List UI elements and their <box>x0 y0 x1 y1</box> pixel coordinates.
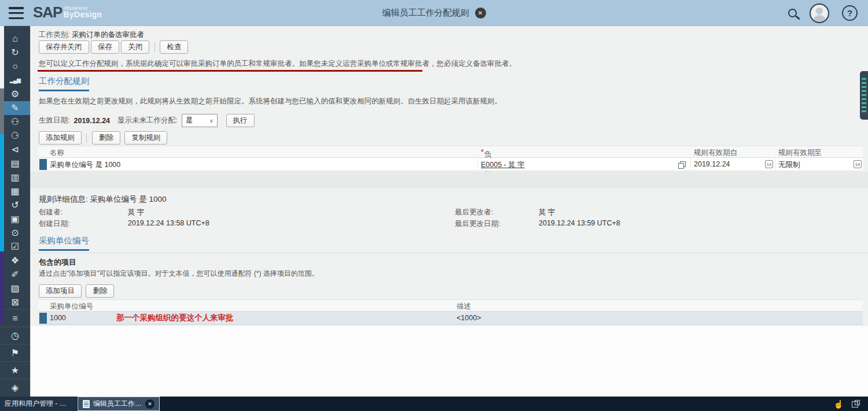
column-header-employee: *负责员工 <box>481 148 484 156</box>
unit-id-cell: 1000 <box>50 314 66 322</box>
toolbar-divider <box>86 134 87 143</box>
calendar-icon[interactable]: 14 <box>765 160 773 168</box>
document-icon <box>83 400 90 408</box>
sidebar-item-id-card[interactable]: ▤ <box>0 157 30 171</box>
copy-rule-button[interactable]: 复制规则 <box>124 131 167 145</box>
sidebar-item-org-structure[interactable]: ⚇ <box>0 115 30 129</box>
rule-table-row[interactable]: 采购单位编号 是 1000 E0005 - 莫 宇 2019.12.24 14 … <box>39 158 863 171</box>
add-rule-button[interactable]: 添加规则 <box>39 131 82 145</box>
sidebar-item-tags[interactable]: ◈ <box>0 379 30 396</box>
rule-name-cell: 采购单位编号 是 1000 <box>50 160 120 170</box>
effective-date-value: 2019.12.24 <box>73 117 110 125</box>
employee-work-distribution-icon: ✎ <box>11 103 19 113</box>
tab-work-distribution-rules[interactable]: 工作分配规则 <box>39 76 89 91</box>
rules-table: 名称 *负责员工 规则有效期自 规则有效期至 采购单位编号 是 1000 E00… <box>39 146 863 171</box>
hamburger-menu-icon[interactable] <box>9 7 24 19</box>
empty-area <box>31 326 868 397</box>
delete-item-button[interactable]: 删除 <box>86 284 114 298</box>
delete-rule-button[interactable]: 删除 <box>92 131 120 145</box>
included-items-toolbar: 添加项目 删除 <box>39 284 114 298</box>
refresh-icon: ↻ <box>11 48 19 57</box>
taskbar: 应用和用户管理 - 员工工... 编辑员工工作分配... ✕ ☝ × <box>0 397 868 411</box>
included-item-row[interactable]: 1000 那一个采购组织的要这个人来审批 <1000> <box>39 312 863 325</box>
sidebar-item-payments[interactable]: ❖ <box>0 254 30 268</box>
row-selector-marker[interactable] <box>39 313 47 324</box>
calendar-icon[interactable]: 14 <box>854 160 862 168</box>
app-window: SAP ®Business ByDesign 编辑员工工作分配规则 ✕ ? ⌂↻… <box>0 0 868 411</box>
sidebar-item-employee-profile[interactable]: ⚆ <box>0 129 30 143</box>
valid-from-cell: 2019.12.24 <box>694 160 730 168</box>
add-item-button[interactable]: 添加项目 <box>39 284 82 298</box>
column-header-name: 名称 <box>50 148 64 158</box>
responsible-employee-link[interactable]: E0005 - 莫 宇 <box>481 160 525 170</box>
avatar[interactable] <box>810 3 829 23</box>
sidebar-item-status-circle[interactable]: ○ <box>0 60 30 73</box>
invoice-check-icon: ⊠ <box>11 298 19 307</box>
taskbar-tab-app-user-management[interactable]: 应用和用户管理 - 员工工... <box>0 397 78 411</box>
sidebar-item-worklist[interactable]: ≡ <box>0 309 30 327</box>
sidebar-item-sales-document[interactable]: ▥ <box>0 171 30 184</box>
column-header-unit: 采购单位编号 <box>50 302 93 312</box>
sidebar-item-employee-work-distribution[interactable]: ✎ <box>0 101 30 115</box>
taskbar-tab-edit-work-distribution[interactable]: 编辑员工工作分配... ✕ <box>78 397 160 411</box>
created-on-label: 创建日期: <box>39 219 69 229</box>
feedback-widget[interactable] <box>860 71 868 120</box>
sidebar-item-vehicle[interactable]: ⊙ <box>0 226 30 240</box>
included-items-table: 采购单位编号 描述 1000 那一个采购组织的要这个人来审批 <1000> <box>39 299 863 325</box>
sales-document-icon: ▥ <box>10 173 19 182</box>
sidebar-item-sync-arrow[interactable]: ↺ <box>0 198 30 212</box>
close-button[interactable]: 关闭 <box>121 40 149 54</box>
rules-table-header: 名称 *负责员工 规则有效期自 规则有效期至 <box>39 146 863 158</box>
red-underline-annotation <box>38 70 422 72</box>
included-items-hint: 通过点击"添加项目"可以指定该项目。对于文本值，您可以使用通配符 (*) 选择项… <box>39 269 791 279</box>
changed-on-label: 最后更改日期: <box>455 219 500 229</box>
sidebar-item-task-clipboard[interactable]: ▣ <box>0 212 30 226</box>
sidebar-item-approval-checklist[interactable]: ☑ <box>0 240 30 254</box>
touch-pointer-icon[interactable]: ☝ <box>834 400 844 408</box>
sidebar-item-favorites-star[interactable]: ★ <box>0 361 30 379</box>
close-all-windows-icon[interactable]: × <box>852 400 860 408</box>
sidebar-item-recent-history-clock[interactable]: ◷ <box>0 327 30 344</box>
rules-table-toolbar: 添加规则 删除 复制规则 <box>39 131 167 145</box>
save-and-close-button[interactable]: 保存并关闭 <box>39 40 89 54</box>
sidebar-item-edit-document[interactable]: ✐ <box>0 268 30 282</box>
vehicle-icon: ⊙ <box>11 228 19 238</box>
check-button[interactable]: 检查 <box>160 40 188 54</box>
column-header-valid-from: 规则有效期自 <box>694 148 737 158</box>
value-help-icon[interactable] <box>678 161 686 169</box>
window-title-area: 编辑员工工作分配规则 ✕ <box>0 0 868 26</box>
run-button[interactable]: 执行 <box>226 114 255 127</box>
page-title: 编辑员工工作分配规则 <box>382 8 469 18</box>
sidebar-item-receipt[interactable]: ▨ <box>0 282 30 295</box>
created-by-value: 莫 宇 <box>128 208 144 217</box>
tags-icon: ◈ <box>12 383 19 393</box>
column-header-valid-to: 规则有效期至 <box>778 148 822 158</box>
sidebar-item-announcements-megaphone[interactable]: ⊲ <box>0 143 30 157</box>
sidebar-item-invoice-check[interactable]: ⊠ <box>0 295 30 309</box>
help-icon[interactable]: ? <box>842 5 858 21</box>
save-button[interactable]: 保存 <box>91 40 119 54</box>
logo-bydesign-text: ByDesign <box>63 12 102 18</box>
sidebar-item-analytics[interactable]: ▂▄▆ <box>0 73 30 87</box>
sidebar-item-payroll-card[interactable]: ▦ <box>0 184 30 198</box>
org-structure-icon: ⚇ <box>11 117 19 127</box>
tab-purchasing-unit-id[interactable]: 采购单位编号 <box>39 235 89 251</box>
search-icon[interactable] <box>788 9 797 17</box>
red-annotation-text: 那一个采购组织的要这个人来审批 <box>116 313 234 323</box>
column-header-description: 描述 <box>457 302 471 312</box>
close-icon[interactable]: ✕ <box>145 399 155 409</box>
sidebar-item-home[interactable]: ⌂ <box>0 32 30 46</box>
close-icon[interactable]: ✕ <box>475 8 486 18</box>
effective-date-label: 生效日期: <box>39 116 69 125</box>
announcements-megaphone-icon: ⊲ <box>11 145 19 154</box>
sidebar-item-settings-gears[interactable]: ⚙ <box>0 87 30 101</box>
future-assignment-select[interactable]: 是 ∨ <box>182 114 218 127</box>
analytics-icon: ▂▄▆ <box>10 78 21 83</box>
home-icon: ⌂ <box>12 34 18 43</box>
sidebar-item-refresh[interactable]: ↻ <box>0 46 30 60</box>
edit-document-icon: ✐ <box>11 270 19 279</box>
main-content: 工作类别: 采购订单的备选审批者 保存并关闭 保存 关闭 检查 您可以定义工作分… <box>30 26 868 397</box>
sidebar-item-flagged-items[interactable]: ⚑ <box>0 344 30 361</box>
action-toolbar: 保存并关闭 保存 关闭 检查 <box>39 40 188 54</box>
row-selector-marker[interactable] <box>39 159 47 170</box>
